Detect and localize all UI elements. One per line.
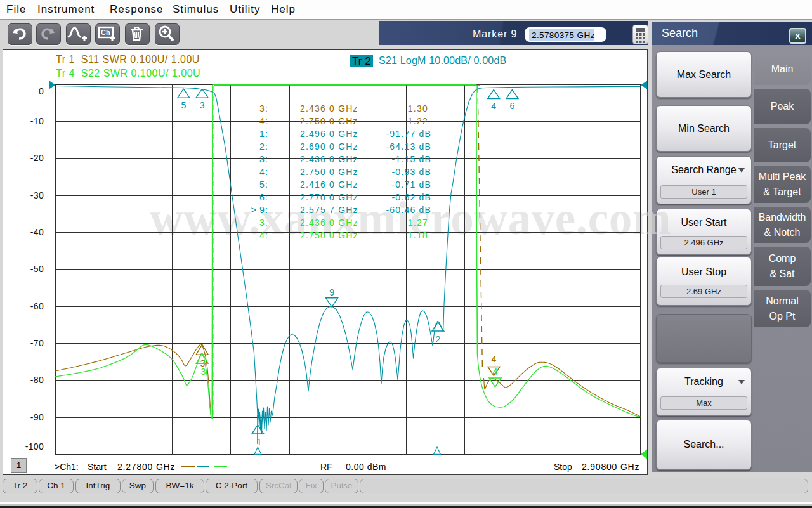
- svg-text:Ch: Ch: [101, 29, 110, 36]
